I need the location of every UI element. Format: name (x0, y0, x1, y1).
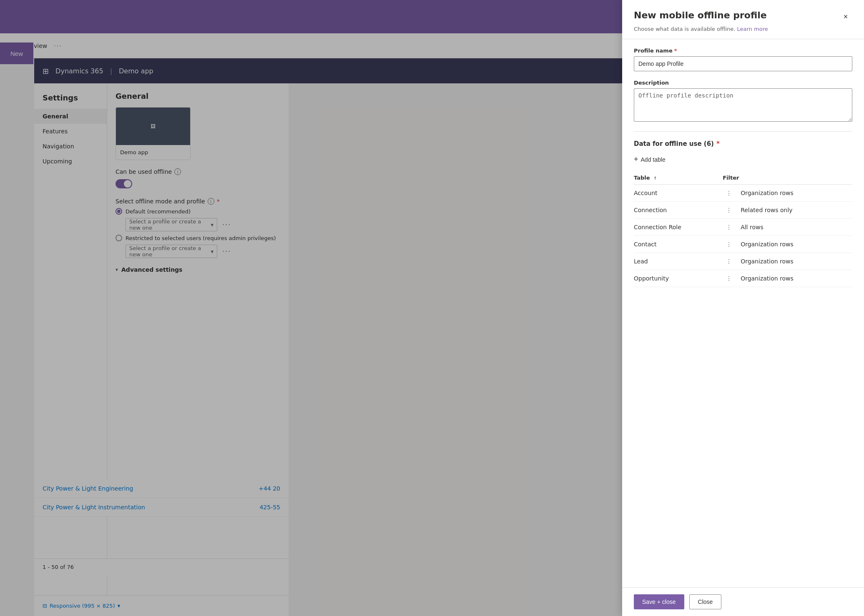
sort-icon: ↑ (653, 176, 657, 180)
table-cell-filter: ⋮ Organization rows (723, 185, 852, 202)
row-dots-menu[interactable]: ⋮ (723, 275, 736, 282)
modal-title: New mobile offline profile (634, 10, 767, 20)
plus-icon: + (634, 155, 638, 164)
row-dots-menu[interactable]: ⋮ (723, 224, 736, 230)
filter-value: Organization rows (741, 190, 794, 196)
save-close-button[interactable]: Save + close (634, 594, 684, 609)
row-dots-menu[interactable]: ⋮ (723, 241, 736, 248)
table-cell-name: Connection (634, 202, 723, 219)
row-dots-menu[interactable]: ⋮ (723, 258, 736, 265)
modal-close-button[interactable]: × (839, 10, 852, 23)
table-header-filter: Filter (723, 171, 852, 185)
row-dots-menu[interactable]: ⋮ (723, 190, 736, 196)
profile-name-field-group: Profile name * (634, 48, 852, 71)
row-dots-menu[interactable]: ⋮ (723, 207, 736, 213)
table-cell-name: Lead (634, 253, 723, 270)
filter-value: Organization rows (741, 241, 794, 248)
table-cell-name: Opportunity (634, 270, 723, 287)
filter-value: Organization rows (741, 258, 794, 265)
profile-name-input[interactable] (634, 56, 852, 71)
modal-body: Profile name * Description Data for offl… (622, 39, 864, 587)
description-label: Description (634, 80, 852, 86)
data-section-title: Data for offline use (6) * (634, 140, 852, 148)
table-header-table: Table ↑ (634, 171, 723, 185)
table-row: Connection Role ⋮ All rows (634, 219, 852, 236)
profile-name-label: Profile name * (634, 48, 852, 54)
section-divider (634, 131, 852, 132)
add-table-button[interactable]: + Add table (634, 153, 666, 166)
profile-name-required: * (674, 48, 677, 54)
table-cell-name: Contact (634, 236, 723, 253)
learn-more-link[interactable]: Learn more (737, 26, 768, 32)
table-row: Contact ⋮ Organization rows (634, 236, 852, 253)
table-cell-filter: ⋮ Organization rows (723, 253, 852, 270)
description-textarea[interactable] (634, 88, 852, 122)
table-cell-name: Connection Role (634, 219, 723, 236)
table-cell-filter: ⋮ Organization rows (723, 236, 852, 253)
modal-subtitle: Choose what data is available offline. L… (634, 26, 852, 32)
filter-value: Organization rows (741, 275, 794, 282)
data-section-required: * (716, 140, 720, 148)
table-row: Opportunity ⋮ Organization rows (634, 270, 852, 287)
table-cell-filter: ⋮ Organization rows (723, 270, 852, 287)
table-row: Account ⋮ Organization rows (634, 185, 852, 202)
modal-panel: New mobile offline profile × Choose what… (622, 0, 864, 616)
filter-value: Related rows only (741, 207, 792, 213)
modal-header: New mobile offline profile × Choose what… (622, 0, 864, 39)
table-cell-name: Account (634, 185, 723, 202)
table-row: Lead ⋮ Organization rows (634, 253, 852, 270)
offline-data-table: Table ↑ Filter Account ⋮ Organization ro… (634, 171, 852, 287)
modal-title-row: New mobile offline profile × (634, 10, 852, 23)
description-field-group: Description (634, 80, 852, 123)
table-cell-filter: ⋮ All rows (723, 219, 852, 236)
table-cell-filter: ⋮ Related rows only (723, 202, 852, 219)
modal-footer: Save + close Close (622, 587, 864, 616)
filter-value: All rows (741, 224, 764, 230)
table-row: Connection ⋮ Related rows only (634, 202, 852, 219)
close-button[interactable]: Close (689, 594, 722, 609)
